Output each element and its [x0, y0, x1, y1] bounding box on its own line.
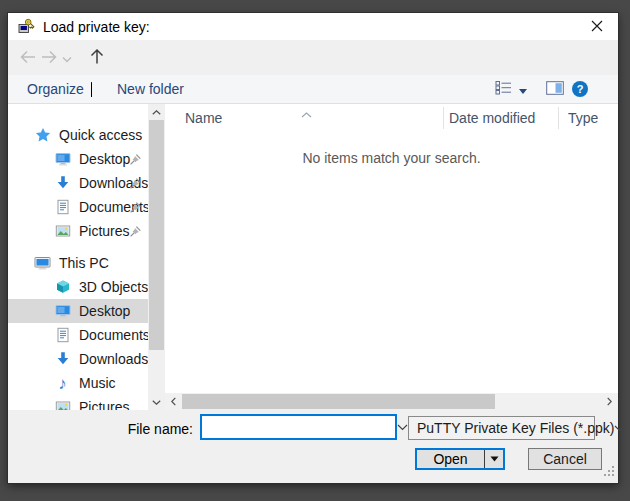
sidebar-item-label: Documents: [79, 327, 148, 343]
cancel-button-label: Cancel: [543, 451, 587, 467]
pin-icon: [129, 153, 142, 166]
scrollbar-thumb[interactable]: [182, 394, 495, 409]
column-header-row: Name Date modified Type: [165, 104, 618, 132]
preview-pane-icon: [546, 81, 564, 98]
3d-objects-icon: [54, 279, 71, 296]
close-icon: [591, 19, 603, 35]
sidebar-item-quick-access[interactable]: Quick access: [8, 123, 148, 147]
sidebar-item-pictures-qa[interactable]: Pictures: [8, 219, 148, 243]
documents-icon: [54, 327, 71, 344]
sidebar-item-label: This PC: [59, 255, 109, 271]
chevron-down-icon: [62, 50, 72, 66]
sidebar-item-label: Pictures: [79, 223, 130, 239]
sidebar-item-3d-objects[interactable]: 3D Objects: [8, 275, 148, 299]
help-icon: ?: [572, 81, 588, 97]
column-header-date-modified[interactable]: Date modified: [449, 110, 535, 126]
scroll-down-button[interactable]: [148, 394, 165, 410]
sidebar-item-this-pc[interactable]: This PC: [8, 251, 148, 275]
column-divider[interactable]: [558, 107, 559, 129]
caret-down-icon: [519, 81, 527, 97]
back-button[interactable]: [17, 47, 39, 69]
new-folder-label: New folder: [117, 81, 184, 97]
sidebar-item-downloads[interactable]: Downloads: [8, 347, 148, 371]
scroll-right-button[interactable]: [601, 393, 618, 410]
window-title: Load private key:: [43, 19, 150, 35]
sidebar-scrollbar[interactable]: [148, 104, 165, 410]
column-header-name[interactable]: Name: [185, 110, 222, 126]
sidebar-item-pictures[interactable]: Pictures: [8, 395, 148, 410]
open-button-label: Open: [417, 450, 484, 468]
column-header-type[interactable]: Type: [568, 110, 598, 126]
sidebar-item-label: 3D Objects: [79, 279, 148, 295]
caret-down-icon: [91, 82, 92, 97]
sidebar-item-downloads-qa[interactable]: Downloads: [8, 171, 148, 195]
organize-button[interactable]: Organize: [27, 75, 92, 103]
desktop-icon: [54, 151, 71, 168]
file-type-dropdown-icon: [614, 425, 625, 432]
sidebar-item-desktop-qa[interactable]: Desktop: [8, 147, 148, 171]
file-type-value: PuTTY Private Key Files (*.ppk): [417, 420, 614, 436]
load-private-key-dialog: Load private key:: [8, 13, 618, 483]
file-list: Name Date modified Type No items match y…: [165, 104, 618, 410]
documents-icon: [54, 199, 71, 216]
open-split-button[interactable]: Open: [415, 448, 505, 470]
computer-icon: [34, 255, 51, 272]
sidebar-item-documents-qa[interactable]: Documents: [8, 195, 148, 219]
open-dropdown-button[interactable]: [485, 450, 503, 468]
sidebar-item-label: Downloads: [79, 351, 148, 367]
file-name-dropdown-button[interactable]: [397, 424, 408, 431]
new-folder-button[interactable]: New folder: [117, 75, 184, 103]
music-icon: ♪: [54, 375, 71, 392]
back-arrow-icon: [19, 50, 37, 67]
navigation-pane: Quick access Desktop Downloads: [8, 104, 148, 410]
details-view-icon: [495, 80, 512, 98]
forward-button[interactable]: [38, 47, 60, 69]
views-button[interactable]: [495, 75, 512, 103]
file-type-select[interactable]: PuTTY Private Key Files (*.ppk): [408, 416, 595, 440]
sidebar-item-label: Pictures: [79, 399, 130, 410]
scroll-left-button[interactable]: [165, 393, 182, 410]
scroll-up-button[interactable]: [148, 104, 165, 120]
empty-folder-message: No items match your search.: [165, 150, 618, 166]
help-button[interactable]: ?: [572, 75, 588, 103]
views-dropdown-button[interactable]: [519, 75, 527, 103]
quick-access-star-icon: [34, 127, 51, 144]
preview-pane-button[interactable]: [546, 75, 564, 103]
pin-icon: [129, 201, 142, 214]
downloads-icon: [54, 175, 71, 192]
resize-grip[interactable]: [604, 464, 615, 480]
sidebar-item-label: Quick access: [59, 127, 142, 143]
file-name-combobox[interactable]: [200, 414, 397, 440]
putty-key-icon: [18, 18, 35, 35]
sidebar-item-documents[interactable]: Documents: [8, 323, 148, 347]
pictures-icon: [54, 399, 71, 411]
file-name-label: File name:: [8, 421, 193, 437]
navigation-bar: This PC Desktop ↻: [8, 40, 618, 75]
up-arrow-icon: [90, 48, 104, 68]
close-button[interactable]: [585, 16, 609, 37]
cancel-button[interactable]: Cancel: [528, 448, 602, 470]
file-name-input[interactable]: [212, 418, 397, 436]
sidebar-item-label: Music: [79, 375, 116, 391]
sidebar-item-desktop-selected[interactable]: Desktop: [8, 299, 148, 323]
column-divider[interactable]: [443, 107, 444, 129]
sidebar-item-label: Desktop: [79, 303, 130, 319]
pin-icon: [129, 225, 142, 238]
horizontal-scrollbar[interactable]: [165, 393, 618, 410]
title-bar: Load private key:: [8, 13, 618, 40]
dialog-content: Quick access Desktop Downloads: [8, 104, 618, 410]
scrollbar-thumb[interactable]: [149, 120, 164, 350]
footer-bar: File name: PuTTY Private Key Files (*.pp…: [8, 410, 618, 483]
sidebar-item-music[interactable]: ♪ Music: [8, 371, 148, 395]
desktop-icon: [54, 303, 71, 320]
recent-locations-button[interactable]: [60, 47, 74, 69]
sidebar-item-label: Desktop: [79, 151, 130, 167]
forward-arrow-icon: [40, 50, 58, 67]
sort-ascending-icon: [301, 105, 312, 121]
pictures-icon: [54, 223, 71, 240]
downloads-icon: [54, 351, 71, 368]
pin-icon: [129, 177, 142, 190]
up-button[interactable]: [86, 47, 108, 69]
command-toolbar: Organize New folder ?: [8, 75, 618, 104]
organize-label: Organize: [27, 81, 84, 97]
